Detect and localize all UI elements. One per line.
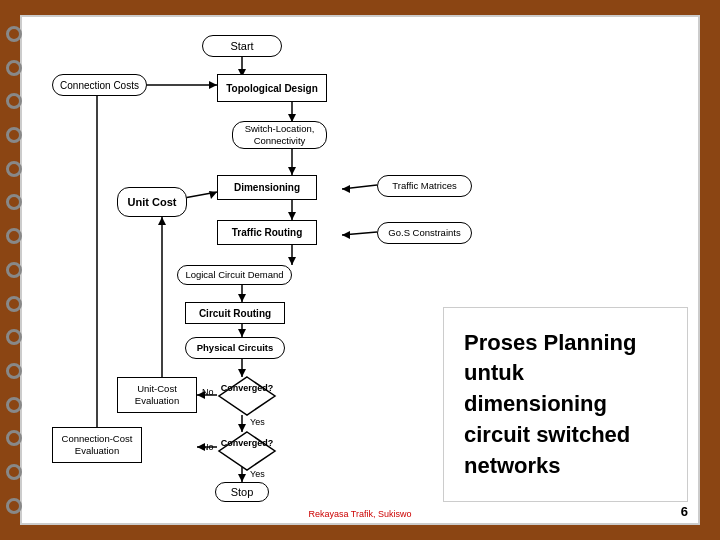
no2-label: No <box>202 442 214 452</box>
svg-marker-35 <box>238 474 246 482</box>
svg-marker-11 <box>288 212 296 220</box>
physical-circuits-box: Physical Circuits <box>185 337 285 359</box>
svg-marker-15 <box>342 231 350 239</box>
svg-marker-3 <box>209 81 217 89</box>
svg-marker-13 <box>342 185 350 193</box>
spiral-binding <box>4 17 24 523</box>
converged2-label: Converged? <box>217 438 277 448</box>
yes2-label: Yes <box>250 469 265 479</box>
dimensioning-box: Dimensioning <box>217 175 317 200</box>
svg-marker-17 <box>288 257 296 265</box>
switch-location-box: Switch-Location, Connectivity <box>232 121 327 149</box>
text-panel-content: Proses Planning untuk dimensioning circu… <box>464 328 667 482</box>
slide-container: Start Connection Costs Topological Desig… <box>20 15 700 525</box>
svg-marker-9 <box>209 191 217 199</box>
start-box: Start <box>202 35 282 57</box>
traffic-routing-box: Traffic Routing <box>217 220 317 245</box>
svg-marker-21 <box>238 329 246 337</box>
logical-circuit-box: Logical Circuit Demand <box>177 265 292 285</box>
circuit-routing-box: Circuit Routing <box>185 302 285 324</box>
footer: Rekayasa Trafik, Sukiswo <box>22 509 698 519</box>
text-panel: Proses Planning untuk dimensioning circu… <box>443 307 688 502</box>
converged1-diamond: Converged? <box>217 375 277 417</box>
connection-costs-box: Connection Costs <box>52 74 147 96</box>
unit-cost-eval-box: Unit-Cost Evaluation <box>117 377 197 413</box>
gos-constraints-box: Go.S Constraints <box>377 222 472 244</box>
converged2-diamond: Converged? <box>217 430 277 472</box>
traffic-matrices-box: Traffic Matrices <box>377 175 472 197</box>
stop-box: Stop <box>215 482 269 502</box>
slide-number: 6 <box>681 504 688 519</box>
yes1-label: Yes <box>250 417 265 427</box>
footer-text: Rekayasa Trafik, Sukiswo <box>308 509 411 519</box>
svg-marker-7 <box>288 167 296 175</box>
svg-marker-27 <box>158 217 166 225</box>
no1-label: No <box>202 387 214 397</box>
topological-design-box: Topological Design <box>217 74 327 102</box>
svg-marker-19 <box>238 294 246 302</box>
unit-cost-box: Unit Cost <box>117 187 187 217</box>
connection-cost-eval-box: Connection-Cost Evaluation <box>52 427 142 463</box>
converged1-label: Converged? <box>217 383 277 393</box>
